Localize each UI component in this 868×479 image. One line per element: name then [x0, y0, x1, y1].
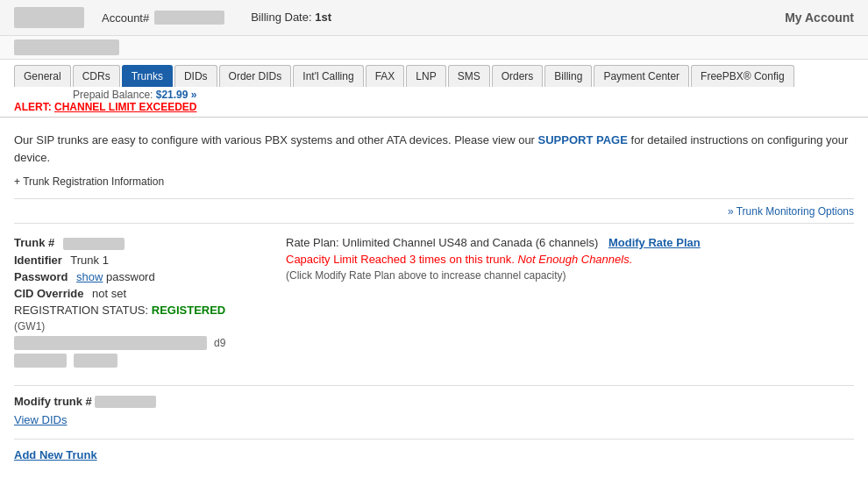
trunk-number-field: Trunk #	[14, 236, 260, 250]
blurred-block-short	[14, 354, 67, 368]
tab-billing[interactable]: Billing	[544, 65, 592, 87]
billing-label: Billing Date:	[251, 11, 311, 24]
prepaid-label: Prepaid Balance:	[73, 89, 153, 101]
identifier-field: Identifier Trunk 1	[14, 254, 260, 267]
cid-override-field: CID Override not set	[14, 287, 260, 300]
tab-order-dids[interactable]: Order DIDs	[219, 65, 292, 87]
registration-status-value: REGISTERED	[152, 304, 226, 317]
password-label: Password	[14, 270, 68, 283]
trunk-number-label: Trunk #	[14, 236, 54, 249]
sub-header	[0, 36, 868, 60]
tab-freepbx-config[interactable]: FreePBX® Config	[691, 65, 794, 87]
rate-plan-label: Rate Plan:	[286, 236, 339, 249]
tab-intl-calling[interactable]: Int'l Calling	[293, 65, 363, 87]
sub-logo	[14, 39, 119, 55]
alert-label: ALERT:	[14, 101, 52, 113]
tab-payment-center[interactable]: Payment Center	[594, 65, 689, 87]
identifier-label: Identifier	[14, 254, 62, 267]
trunk-info: Trunk # Identifier Trunk 1 Password show…	[14, 236, 854, 371]
registration-status-label: REGISTRATION STATUS:	[14, 304, 148, 317]
bottom-section: Modify trunk # View DIDs Add New Trunk	[14, 395, 854, 462]
blurred-row-2	[14, 354, 260, 368]
intro-text: Our SIP trunks are easy to configure wit…	[14, 132, 854, 166]
alert-text: ALERT: CHANNEL LIMIT EXCEEDED	[14, 101, 196, 113]
modify-trunk-line: Modify trunk #	[14, 395, 854, 409]
capacity-warning-text: Capacity Limit Reached 3 times on this t…	[286, 253, 515, 266]
nav-tabs: General CDRs Trunks DIDs Order DIDs Int'…	[0, 60, 868, 118]
tab-dids[interactable]: DIDs	[174, 65, 217, 87]
tab-sms[interactable]: SMS	[448, 65, 490, 87]
header-left: Account# Billing Date: 1st	[14, 7, 331, 28]
show-password-link[interactable]: show	[76, 270, 103, 283]
capacity-warning-italic: Not Enough Channels.	[517, 253, 632, 266]
trunk-right: Rate Plan: Unlimited Channel US48 and Ca…	[286, 236, 854, 371]
rate-plan-value: Unlimited Channel US48 and Canada (6 cha…	[342, 236, 598, 249]
modify-trunk-number	[95, 396, 156, 408]
trunk-left: Trunk # Identifier Trunk 1 Password show…	[14, 236, 260, 371]
trunk-number-value	[63, 238, 125, 250]
nav-tabs-left: General CDRs Trunks DIDs Order DIDs Int'…	[14, 65, 794, 87]
account-number-value	[154, 11, 224, 25]
my-account-link[interactable]: My Account	[785, 11, 854, 25]
support-page-link[interactable]: SUPPORT PAGE	[538, 133, 628, 147]
d9-label: d9	[214, 337, 225, 349]
capacity-warning: Capacity Limit Reached 3 times on this t…	[286, 253, 854, 266]
divider-2	[14, 439, 854, 440]
content: Our SIP trunks are easy to configure wit…	[0, 118, 868, 475]
tab-orders[interactable]: Orders	[492, 65, 544, 87]
identifier-value: Trunk 1	[70, 254, 109, 267]
modify-trunk-label: Modify trunk #	[14, 395, 92, 408]
alert-link[interactable]: CHANNEL LIMIT EXCEEDED	[54, 101, 196, 113]
divider-1	[14, 385, 854, 386]
prepaid-value: $21.99 »	[156, 89, 197, 101]
tab-trunks[interactable]: Trunks	[122, 65, 173, 87]
gw-label: (GW1)	[14, 320, 260, 332]
tab-lnp[interactable]: LNP	[406, 65, 445, 87]
monitoring-bar: » Trunk Monitoring Options	[14, 198, 854, 224]
blurred-block-long	[14, 336, 207, 350]
intro-text-start: Our SIP trunks are easy to configure wit…	[14, 133, 538, 147]
password-text: password	[106, 270, 155, 283]
password-field: Password show password	[14, 270, 260, 283]
tab-general[interactable]: General	[14, 65, 71, 87]
cid-override-value: not set	[92, 287, 126, 300]
blurred-row-1: d9	[14, 336, 260, 350]
toggle-section: + Trunk Registration Information	[14, 175, 854, 188]
trunk-registration-toggle[interactable]: + Trunk Registration Information	[14, 175, 164, 188]
account-info: Account# Billing Date: 1st	[102, 11, 331, 25]
tab-fax[interactable]: FAX	[366, 65, 405, 87]
capacity-hint: (Click Modify Rate Plan above to increas…	[286, 269, 854, 282]
billing-value: 1st	[315, 11, 331, 24]
add-new-trunk-link[interactable]: Add New Trunk	[14, 448, 97, 461]
monitoring-link[interactable]: » Trunk Monitoring Options	[728, 205, 854, 218]
account-number-box: Account#	[102, 11, 224, 25]
tab-cdrs[interactable]: CDRs	[73, 65, 120, 87]
cid-override-label: CID Override	[14, 287, 83, 300]
blurred-block-tiny	[74, 354, 117, 368]
header: Account# Billing Date: 1st My Account	[0, 0, 868, 36]
registration-status-field: REGISTRATION STATUS: REGISTERED	[14, 304, 260, 317]
modify-rate-plan-link[interactable]: Modify Rate Plan	[608, 236, 701, 249]
view-dids-link[interactable]: View DIDs	[14, 413, 854, 426]
account-label: Account#	[102, 11, 149, 25]
logo	[14, 7, 84, 28]
prepaid-balance: Prepaid Balance: $21.99 »	[14, 89, 196, 101]
nav-right: Prepaid Balance: $21.99 » ALERT: CHANNEL…	[14, 89, 196, 117]
billing-date: Billing Date: 1st	[251, 11, 331, 25]
rate-plan-line: Rate Plan: Unlimited Channel US48 and Ca…	[286, 236, 854, 249]
